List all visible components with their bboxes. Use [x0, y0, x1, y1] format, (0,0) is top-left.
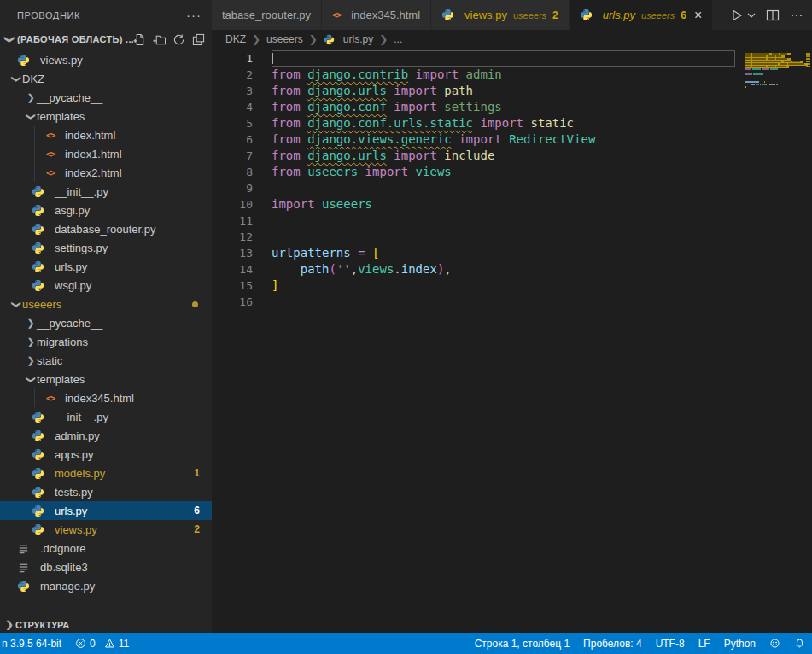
- tree-item-models-py[interactable]: models.py1: [0, 464, 212, 482]
- minimap-token: [776, 58, 787, 60]
- code-line-6[interactable]: 6from django.views.generic import Redire…: [212, 131, 812, 148]
- new-folder-icon[interactable]: [153, 33, 166, 46]
- tree-item-admin-py[interactable]: admin.py: [0, 426, 212, 445]
- line-number[interactable]: 9: [212, 180, 253, 196]
- tree-item-index-html[interactable]: <>index.html: [0, 126, 212, 144]
- tree-item-urls-py[interactable]: urls.py: [0, 257, 212, 276]
- breadcrumb-item-dkz[interactable]: DKZ: [225, 33, 246, 45]
- code-line-13[interactable]: 13urlpatterns = [: [212, 245, 812, 261]
- tree-folder--pycache-[interactable]: ❯__pycache__: [0, 88, 212, 107]
- code-token: import: [416, 67, 459, 81]
- status-notifications[interactable]: [787, 633, 812, 654]
- line-number[interactable]: 7: [212, 148, 253, 164]
- tree-folder--pycache-[interactable]: ❯__pycache__: [0, 313, 212, 332]
- tree-folder-templates[interactable]: ❯templates: [0, 107, 212, 126]
- code-line-9[interactable]: 9: [212, 180, 812, 196]
- code-token: from: [272, 100, 307, 114]
- tree-folder-dkz[interactable]: ❯DKZ: [0, 69, 212, 88]
- line-number[interactable]: 3: [212, 83, 253, 99]
- status-interpreter[interactable]: n 3.9.5 64-bit: [0, 633, 68, 654]
- tab-views-py[interactable]: views.pyuseeers2: [431, 0, 570, 30]
- tab-index345-html[interactable]: <>index345.html: [322, 0, 431, 30]
- editor-actions: [721, 0, 812, 30]
- chevron-down-icon[interactable]: [747, 11, 756, 20]
- code-line-2[interactable]: 2from django.contrib import admin: [212, 67, 812, 83]
- code-line-16[interactable]: 16: [212, 294, 812, 310]
- code-line-7[interactable]: 7from django.urls import include: [212, 148, 812, 164]
- status-problems[interactable]: 011: [68, 633, 136, 654]
- line-number[interactable]: 10: [212, 196, 253, 213]
- status-encoding[interactable]: UTF-8: [649, 633, 692, 654]
- line-number[interactable]: 1: [212, 50, 253, 67]
- code-line-11[interactable]: 11: [212, 213, 812, 229]
- status-language-mode[interactable]: Python: [717, 633, 762, 654]
- code-editor[interactable]: 12from django.contrib import admin3from …: [212, 49, 812, 633]
- chevron-right-icon: ❯: [252, 33, 260, 45]
- minimap[interactable]: [745, 50, 803, 91]
- tree-item-views-py[interactable]: views.py: [0, 50, 212, 69]
- more-icon[interactable]: [790, 9, 803, 22]
- code-line-3[interactable]: 3from django.urls import path: [212, 83, 812, 99]
- tree-item-tests-py[interactable]: tests.py: [0, 482, 212, 501]
- line-number[interactable]: 5: [212, 115, 253, 131]
- refresh-icon[interactable]: [172, 33, 185, 46]
- line-number[interactable]: 2: [212, 67, 253, 83]
- new-file-icon[interactable]: [133, 33, 146, 46]
- line-number[interactable]: 16: [212, 294, 253, 310]
- tree-item-index1-html[interactable]: <>index1.html: [0, 144, 212, 163]
- tree-item-database-roouter-py[interactable]: database_roouter.py: [0, 219, 212, 238]
- split-editor-icon[interactable]: [766, 9, 780, 22]
- code-line-1[interactable]: 1: [212, 50, 812, 67]
- status-feedback[interactable]: [762, 633, 787, 654]
- tree-item-db-sqlite3[interactable]: db.sqlite3: [0, 558, 212, 576]
- code-line-10[interactable]: 10import useeers: [212, 196, 812, 213]
- code-line-4[interactable]: 4from django.conf import settings: [212, 99, 812, 115]
- tree-item--init-py[interactable]: __init__.py: [0, 407, 212, 426]
- line-number[interactable]: 12: [212, 229, 253, 245]
- line-number[interactable]: 14: [212, 261, 253, 277]
- tree-item-index2-html[interactable]: <>index2.html: [0, 163, 212, 182]
- tree-item-index345-html[interactable]: <>index345.html: [0, 388, 212, 407]
- tree-folder-templates[interactable]: ❯templates: [0, 370, 212, 388]
- code-line-15[interactable]: 15]: [212, 277, 812, 294]
- tree-item-wsgi-py[interactable]: wsgi.py: [0, 276, 212, 295]
- status-cursor-position[interactable]: Строка 1, столбец 1: [473, 633, 576, 654]
- line-number[interactable]: 15: [212, 277, 253, 294]
- code-line-5[interactable]: 5from django.conf.urls.static import sta…: [212, 115, 812, 131]
- tree-item-views-py[interactable]: views.py2: [0, 520, 212, 539]
- breadcrumb-item-useeers[interactable]: useeers: [266, 33, 303, 45]
- tab-tabase-roouter-py[interactable]: tabase_roouter.py: [212, 0, 322, 30]
- line-number[interactable]: 4: [212, 99, 253, 115]
- code-line-12[interactable]: 12: [212, 229, 812, 245]
- close-icon[interactable]: ×: [694, 9, 702, 22]
- status-eol[interactable]: LF: [692, 633, 717, 654]
- tab-description: useeers: [641, 10, 675, 20]
- tree-folder-static[interactable]: ❯static: [0, 351, 212, 370]
- workspace-section-header[interactable]: ❯ (РАБОЧАЯ ОБЛАСТЬ) ...: [0, 30, 212, 49]
- tree-item-urls-py[interactable]: urls.py6: [0, 501, 212, 520]
- tree-item--init-py[interactable]: __init__.py: [0, 182, 212, 201]
- tree-item-asgi-py[interactable]: asgi.py: [0, 201, 212, 219]
- tree-item-settings-py[interactable]: settings.py: [0, 238, 212, 257]
- collapse-all-icon[interactable]: [192, 33, 205, 46]
- tree-item-manage-py[interactable]: manage.py: [0, 576, 212, 595]
- run-icon[interactable]: [730, 9, 744, 22]
- explorer-more-actions-icon[interactable]: ···: [186, 11, 202, 20]
- breadcrumb-item-urls-py[interactable]: urls.py: [324, 33, 373, 45]
- line-number[interactable]: 11: [212, 213, 253, 229]
- outline-section-header[interactable]: ❯ СТРУКТУРА: [0, 616, 212, 633]
- code-line-8[interactable]: 8from useeers import views: [212, 164, 812, 180]
- tree-item--dcignore[interactable]: .dcignore: [0, 539, 212, 558]
- line-number[interactable]: 6: [212, 131, 253, 148]
- code-line-14[interactable]: 14 path('',views.index),: [212, 261, 812, 277]
- status-indentation[interactable]: Пробелов: 4: [576, 633, 649, 654]
- line-number[interactable]: 8: [212, 164, 253, 180]
- breadcrumb-item--[interactable]: ...: [394, 33, 402, 45]
- python-file-icon: [580, 9, 598, 21]
- tree-folder-useeers[interactable]: ❯useeers: [0, 295, 212, 313]
- tab-urls-py[interactable]: urls.pyuseeers6×: [570, 0, 713, 30]
- line-number[interactable]: 13: [212, 245, 253, 261]
- tree-item-apps-py[interactable]: apps.py: [0, 445, 212, 464]
- overview-ruler[interactable]: [803, 49, 812, 633]
- tree-folder-migrations[interactable]: ❯migrations: [0, 332, 212, 351]
